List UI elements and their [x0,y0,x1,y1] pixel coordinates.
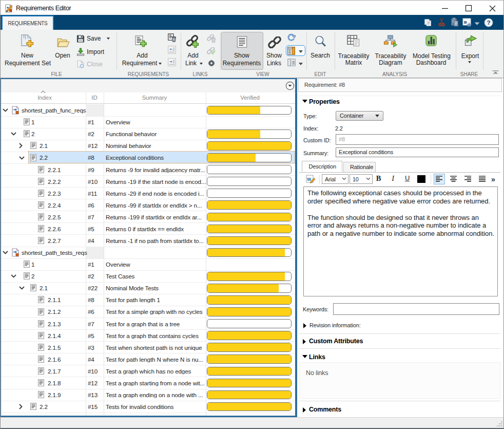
svg-text:»: » [463,18,467,26]
svg-text:?: ? [487,20,490,26]
svg-text:w: w [306,176,311,182]
